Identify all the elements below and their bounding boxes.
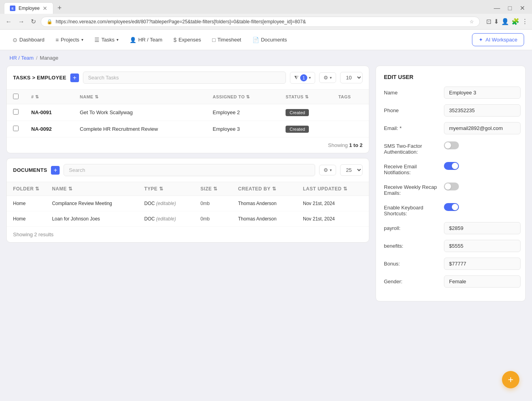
task-row-checkbox[interactable] [13, 109, 19, 115]
nav-projects[interactable]: ≡ Projects ▾ [51, 34, 88, 46]
form-row-phone: Phone [384, 104, 517, 117]
menu-icon[interactable]: ⋮ [522, 18, 528, 25]
doc-name[interactable]: Loan for Johnson Joes [46, 211, 138, 227]
form-input-name[interactable] [444, 87, 521, 99]
task-status: Created [279, 121, 332, 137]
nav-expenses[interactable]: $ Expenses [169, 34, 206, 46]
documents-search-input[interactable] [64, 164, 315, 176]
nav-projects-label: Projects [61, 37, 79, 43]
tab-close-button[interactable]: ✕ [43, 5, 47, 11]
form-row-name: Name [384, 87, 517, 99]
doc-type: DOC (editable) [138, 211, 194, 227]
refresh-button[interactable]: ↻ [29, 16, 38, 27]
form-row-email: Email: * [384, 122, 517, 134]
nav-dashboard[interactable]: ⊙ Dashboard [8, 34, 49, 46]
doc-col-type[interactable]: TYPE ⇅ [138, 182, 194, 196]
task-id[interactable]: NA-0091 [25, 104, 73, 121]
doc-col-last-updated[interactable]: LAST UPDATED ⇅ [297, 182, 369, 196]
nav-items: ⊙ Dashboard ≡ Projects ▾ ☰ Tasks ▾ 👤 HR … [8, 34, 472, 46]
nav-tasks-label: Tasks [102, 37, 115, 43]
form-row-weekly-recap: Receive Weekly Recap Emails: [384, 181, 517, 196]
timesheet-icon: □ [212, 37, 215, 43]
nav-hr-team[interactable]: 👤 HR / Team [125, 34, 167, 46]
form-input-bonus[interactable] [444, 258, 521, 270]
doc-col-created-by[interactable]: CREATED BY ⇅ [232, 182, 297, 196]
profile-icon[interactable]: 👤 [501, 18, 509, 25]
url-bar[interactable]: 🔒 https://neo.vereaze.com/employees/edit… [41, 17, 480, 27]
form-input-gender[interactable] [444, 275, 521, 288]
toggle-sms-2fa[interactable] [444, 141, 459, 149]
toggle-keyboard-shortcuts[interactable] [444, 203, 459, 211]
doc-folder: Home [7, 211, 46, 227]
tasks-col-tags: TAGS [332, 90, 369, 104]
task-tags [332, 121, 369, 137]
tasks-col-assigned[interactable]: ASSIGNED TO ⇅ [207, 90, 280, 104]
forward-button[interactable]: → [17, 17, 26, 27]
form-row-payroll: payroll: [384, 222, 517, 234]
tasks-gear-chevron-icon: ▾ [330, 75, 332, 80]
tasks-gear-button[interactable]: ⚙ ▾ [319, 72, 336, 83]
task-tags [332, 104, 369, 121]
edit-user-title: EDIT USER [384, 74, 517, 80]
form-row-receive-email: Receive Email Notifiations: [384, 160, 517, 175]
documents-gear-button[interactable]: ⚙ ▾ [319, 165, 336, 175]
back-button[interactable]: ← [4, 17, 13, 27]
doc-col-size[interactable]: SIZE ⇅ [194, 182, 232, 196]
security-icon: 🔒 [47, 19, 53, 24]
tasks-select-all-checkbox[interactable] [13, 94, 19, 99]
toggle-container-receive-email [444, 160, 459, 170]
nav-timesheet[interactable]: □ Timesheet [207, 34, 246, 46]
breadcrumb-hr-team[interactable]: HR / Team [9, 55, 34, 61]
form-input-email[interactable] [444, 122, 521, 134]
doc-col-folder[interactable]: FOLDER ⇅ [7, 182, 46, 196]
nav-documents-label: Documents [261, 37, 287, 43]
documents-showing-text: Showing 2 results [7, 227, 369, 242]
toggle-container-keyboard-shortcuts [444, 201, 459, 211]
documents-per-page-select[interactable]: 25 10 50 [340, 164, 363, 176]
tasks-col-name[interactable]: NAME ⇅ [73, 90, 207, 104]
form-input-benefits[interactable] [444, 240, 521, 252]
window-close-button[interactable]: ✕ [517, 3, 528, 13]
tab-favicon: E [10, 6, 15, 11]
tasks-add-button[interactable]: + [70, 73, 79, 82]
tasks-per-page-select[interactable]: 10 25 50 [340, 72, 363, 83]
tasks-search-input[interactable] [83, 72, 286, 84]
task-name[interactable]: Get To Work Scallywag [73, 104, 207, 121]
window-minimize-button[interactable]: — [491, 3, 503, 13]
bookmark-icon[interactable]: ⊡ [486, 18, 491, 25]
documents-title: DOCUMENTS [13, 167, 47, 173]
ai-workspace-button[interactable]: ✦ AI Workspace [472, 33, 524, 46]
form-input-phone[interactable] [444, 104, 521, 117]
doc-name[interactable]: Compliance Review Meeting [46, 196, 138, 211]
nav-timesheet-label: Timesheet [218, 37, 241, 43]
documents-add-button[interactable]: + [51, 166, 60, 175]
download-icon[interactable]: ⬇ [494, 18, 499, 25]
table-row: NA-0091 Get To Work Scallywag Employee 2… [7, 104, 369, 121]
window-maximize-button[interactable]: □ [505, 3, 515, 13]
extension-icon[interactable]: 🧩 [511, 18, 519, 25]
tasks-filter-button[interactable]: ⧨ 1 ▾ [290, 72, 315, 84]
active-tab[interactable]: E Employee ✕ [4, 2, 53, 14]
new-tab-button[interactable]: + [54, 2, 65, 14]
form-input-payroll[interactable] [444, 222, 521, 234]
documents-table-header-row: FOLDER ⇅ NAME ⇅ TYPE ⇅ SIZE ⇅ CREATED BY… [7, 182, 369, 196]
task-name[interactable]: Complete HR Recruitment Review [73, 121, 207, 137]
form-row-sms-2fa: SMS Two-Factor Authentication: [384, 140, 517, 155]
list-item: Home Loan for Johnson Joes DOC (editable… [7, 211, 369, 227]
form-row-keyboard-shortcuts: Enable Keyboard Shortcuts: [384, 201, 517, 217]
nav-tasks[interactable]: ☰ Tasks ▾ [90, 34, 123, 46]
projects-icon: ≡ [56, 37, 59, 43]
toggle-weekly-recap[interactable] [444, 183, 459, 190]
tasks-col-status[interactable]: STATUS ⇅ [279, 90, 332, 104]
form-label-weekly-recap: Receive Weekly Recap Emails: [384, 181, 439, 196]
task-id[interactable]: NA-0092 [25, 121, 73, 137]
doc-col-name[interactable]: NAME ⇅ [46, 182, 138, 196]
nav-documents[interactable]: 📄 Documents [248, 34, 292, 46]
toggle-receive-email[interactable] [444, 162, 459, 170]
address-bar: ← → ↻ 🔒 https://neo.vereaze.com/employee… [0, 14, 532, 29]
task-row-checkbox[interactable] [13, 126, 19, 131]
left-panel: TASKS > EMPLOYEE + ⧨ 1 ▾ ⚙ ▾ 10 25 50 [6, 66, 369, 301]
tasks-col-checkbox [7, 90, 25, 104]
tasks-col-number[interactable]: # ⇅ [25, 90, 73, 104]
doc-created-by: Thomas Anderson [232, 211, 297, 227]
